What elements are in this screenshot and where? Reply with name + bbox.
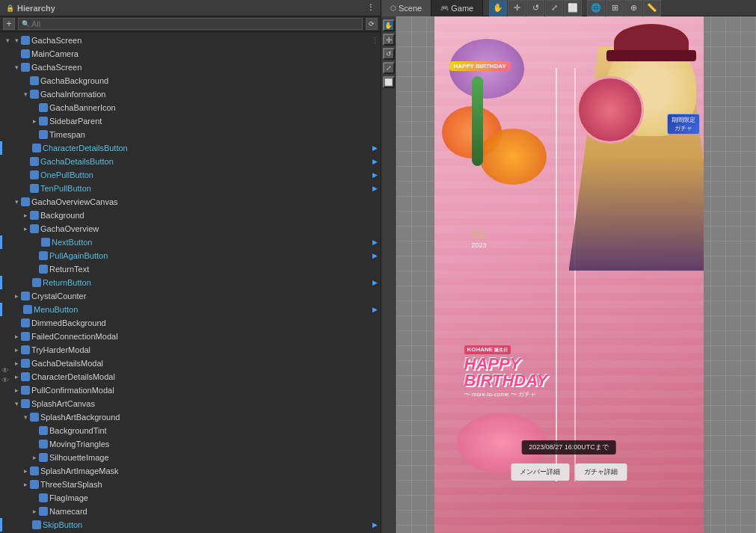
viewport-hand-btn[interactable]: ✋ (383, 19, 395, 31)
list-item-background[interactable]: ▸ Background (0, 209, 381, 222)
cube-icon-gdm (21, 359, 30, 368)
nav-arrow-rb[interactable]: ▶ (372, 279, 378, 286)
item-label-moving-triangles: MovingTriangles (49, 440, 109, 449)
hierarchy-ellipsis-icon[interactable]: ⋮ (366, 3, 375, 13)
eye-icon-1[interactable]: 👁 (1, 366, 9, 375)
eye-icon-2[interactable]: 👁 (1, 376, 9, 384)
nav-arrow-opb[interactable]: ▶ (372, 171, 378, 179)
cube-icon-tpb (30, 184, 39, 193)
list-item-skip-btn[interactable]: ▸ SkipButton ▶ (0, 518, 381, 532)
nav-arrow-nb[interactable]: ▶ (372, 238, 378, 246)
add-object-button[interactable]: + (3, 18, 15, 30)
cube-icon-mt (39, 440, 48, 449)
item-label-next-btn: NextButton (52, 238, 92, 247)
nav-arrow-tpb[interactable]: ▶ (372, 185, 378, 192)
nav-arrow-skip[interactable]: ▶ (372, 521, 378, 529)
cube-icon-mb (23, 305, 32, 314)
viewport-move-btn[interactable]: ✛ (383, 34, 395, 46)
nav-arrow-pab[interactable]: ▶ (372, 252, 378, 259)
expand-icon-bg: ▸ (21, 211, 30, 220)
tab-scene[interactable]: ⬡ Scene (381, 0, 431, 16)
list-item-return-btn[interactable]: ▸ ReturnButton ▶ (0, 276, 381, 289)
list-item-gachascreen-child[interactable]: ▾ GachaScreen (0, 61, 381, 74)
item-label-three-star: ThreeStarSplash (40, 480, 102, 489)
cube-icon-fcm (21, 332, 30, 341)
item-label-splash-bg: SplashArtBackground (40, 413, 120, 422)
list-item-char-modal[interactable]: ▸ CharacterDetailsModal (0, 370, 381, 383)
list-item-gacha-bg[interactable]: ▸ GachaBackground (0, 74, 381, 87)
grid-view-button[interactable]: ⊞ (606, 0, 624, 16)
rect-tool-button[interactable]: ⬜ (564, 0, 582, 16)
list-item-menu-btn[interactable]: ▸ MenuButton ▶ (0, 303, 381, 316)
viewport-rotate-btn[interactable]: ↺ (383, 48, 395, 60)
cube-icon-sb (32, 520, 41, 529)
list-item-next-btn[interactable]: ▸ NextButton ▶ (0, 235, 381, 249)
list-item-gacha-details-btn[interactable]: ▸ GachaDetailsButton ▶ (0, 155, 381, 168)
hierarchy-search-input[interactable] (31, 19, 359, 28)
item-label-flag-image: FlagImage (49, 493, 88, 502)
list-item-splash-canvas[interactable]: ▾ SplashArtCanvas (0, 397, 381, 410)
nav-arrow-cdb[interactable]: ▶ (372, 144, 378, 152)
tab-game[interactable]: 🎮 Game (431, 0, 483, 16)
globe-view-button[interactable]: 🌐 (587, 0, 605, 16)
flower-stem (472, 76, 483, 166)
date-stamp: 82 2023 (472, 228, 487, 249)
expand-icon-ginfo: ▾ (21, 90, 30, 99)
list-item-return-text[interactable]: ▸ ReturnText (0, 262, 381, 276)
hand-tool-button[interactable]: ✋ (489, 0, 507, 16)
list-item-main-camera[interactable]: ▸ MainCamera (0, 47, 381, 61)
nav-arrow-gdb[interactable]: ▶ (372, 158, 378, 165)
list-item-pull-again-btn[interactable]: ▸ PullAgainButton ▶ (0, 249, 381, 262)
expand-icon-fcm: ▸ (12, 332, 21, 341)
ruler-button[interactable]: 📏 (643, 0, 661, 16)
speaker-object (577, 76, 644, 144)
search-icon: 🔍 (22, 20, 30, 28)
item-options-icon[interactable]: ⋮ (371, 36, 379, 46)
list-item-silhouette[interactable]: ▸ SilhouetteImage (0, 451, 381, 464)
list-item-splash-bg[interactable]: ▾ SplashArtBackground (0, 410, 381, 424)
list-item-splash-mask[interactable]: ▸ SplashArtImageMask (0, 464, 381, 478)
list-item-namecard[interactable]: ▸ Namecard (0, 505, 381, 518)
list-item-failed-modal[interactable]: ▸ FailedConnectionModal (0, 330, 381, 343)
list-item-three-star[interactable]: ▸ ThreeStarSplash (0, 478, 381, 491)
viewport-rect-btn[interactable]: ⬜ (383, 76, 395, 88)
refresh-button[interactable]: ⟳ (366, 18, 378, 30)
nav-arrow-mb[interactable]: ▶ (372, 306, 378, 313)
list-item-bg-tint[interactable]: ▸ BackgroundTint (0, 424, 381, 437)
list-item-gacha-modal[interactable]: ▸ GachaDetailsModal (0, 357, 381, 370)
cube-icon-cc (21, 292, 30, 301)
list-item-banner-icon[interactable]: ▸ GachaBannerIcon (0, 101, 381, 114)
scale-tool-button[interactable]: ⤢ (545, 0, 563, 16)
hierarchy-tree: ▾ ▾ GachaScreen ⋮ ▸ MainCamera ▾ GachaSc… (0, 32, 381, 533)
list-item-moving-triangles[interactable]: ▸ MovingTriangles (0, 437, 381, 451)
member-details-button[interactable]: メンバー詳細 (511, 463, 569, 481)
cube-icon-opb (30, 170, 39, 179)
game-controller-icon: 🎮 (440, 4, 449, 12)
item-label-gacha-info: GachaInformation (40, 90, 105, 99)
cube-icon-gbg (30, 76, 39, 85)
list-item-one-pull-btn[interactable]: ▸ OnePullButton ▶ (0, 168, 381, 182)
rotate-tool-button[interactable]: ↺ (526, 0, 544, 16)
list-item-overview-canvas[interactable]: ▾ GachaOverviewCanvas (0, 195, 381, 209)
list-item-pull-modal[interactable]: ▸ PullConfirmationModal (0, 383, 381, 397)
expand-icon-sab: ▾ (21, 413, 30, 422)
list-item-crystal-counter[interactable]: ▸ CrystalCounter (0, 289, 381, 303)
gizmo-button[interactable]: ⊕ (624, 0, 642, 16)
list-item-char-details-btn[interactable]: ▸ CharacterDetailsButton ▶ (0, 141, 381, 155)
list-item-flag-image[interactable]: ▸ FlagImage (0, 491, 381, 505)
viewport-scale-btn[interactable]: ⤢ (383, 62, 395, 74)
list-item-gacha-info[interactable]: ▾ GachaInformation (0, 87, 381, 101)
list-item-gacha-overview[interactable]: ▸ GachaOverview (0, 222, 381, 235)
gacha-details-button[interactable]: ガチャ詳細 (575, 463, 627, 481)
list-item-sidebar-parent[interactable]: ▸ SidebarParent (0, 114, 381, 128)
list-item-timespan[interactable]: ▸ Timespan (0, 128, 381, 141)
list-item-dimmed-bg[interactable]: ▸ DimmedBackground (0, 316, 381, 330)
game-content-container: KOHANE 誕生日 HAPPY BIRTHDAY 〜 more-to-come… (434, 16, 704, 533)
cube-icon-pab (39, 251, 48, 260)
tree-root-expand[interactable]: ▾ ▾ GachaScreen ⋮ (0, 34, 381, 47)
list-item-ten-pull-btn[interactable]: ▸ TenPullButton ▶ (0, 182, 381, 195)
item-label-bg-tint: BackgroundTint (49, 426, 107, 435)
cube-icon-saim (30, 466, 39, 475)
move-tool-button[interactable]: ✛ (508, 0, 526, 16)
list-item-try-harder[interactable]: ▸ TryHarderModal (0, 343, 381, 357)
